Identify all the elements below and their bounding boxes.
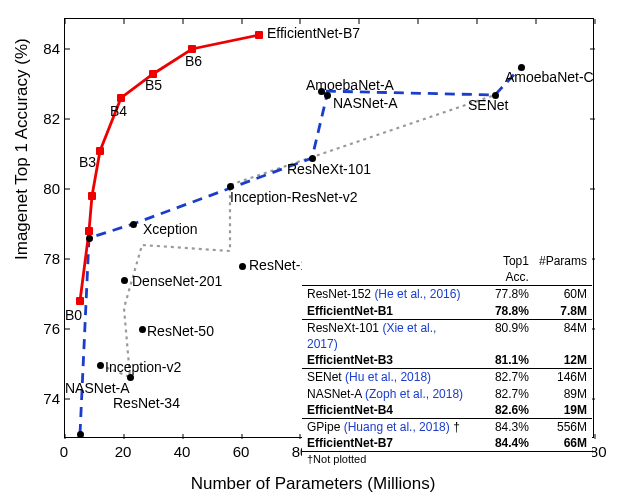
label-densenet201: DenseNet-201 bbox=[132, 273, 222, 289]
point-resnet50 bbox=[139, 326, 146, 333]
point-resnet152 bbox=[239, 263, 246, 270]
ytick-82: 82 bbox=[20, 110, 60, 127]
ytick-74: 74 bbox=[20, 390, 60, 407]
table-row: EfficientNet-B784.4%66M bbox=[302, 435, 592, 452]
label-b0: B0 bbox=[65, 307, 82, 323]
table-row: SENet (Hu et al., 2018)82.7%146M bbox=[302, 369, 592, 386]
label-resnext101: ResNeXt-101 bbox=[287, 161, 371, 177]
series-red-line bbox=[80, 35, 259, 301]
point-eff-b4 bbox=[117, 94, 125, 102]
ytick-80: 80 bbox=[20, 180, 60, 197]
label-b6: B6 bbox=[185, 53, 202, 69]
y-axis-label: Imagenet Top 1 Accuracy (%) bbox=[12, 38, 32, 260]
label-xception: Xception bbox=[143, 221, 197, 237]
point-eff-b2 bbox=[88, 192, 96, 200]
table-row: EfficientNet-B381.1%12M bbox=[302, 352, 592, 369]
label-resnet34: ResNet-34 bbox=[113, 395, 180, 411]
xtick-60: 60 bbox=[221, 443, 261, 460]
point-eff-b1 bbox=[85, 227, 93, 235]
ytick-78: 78 bbox=[20, 250, 60, 267]
xtick-0: 0 bbox=[44, 443, 84, 460]
label-nasneta-big: NASNet-A bbox=[333, 95, 398, 111]
point-eff-b0 bbox=[76, 297, 84, 305]
point-eff-b7 bbox=[255, 31, 263, 39]
ytick-76: 76 bbox=[20, 320, 60, 337]
label-incresv2: Inception-ResNet-v2 bbox=[230, 189, 358, 205]
point-xception bbox=[130, 221, 137, 228]
label-b7: EfficientNet-B7 bbox=[267, 25, 360, 41]
point-densenet201 bbox=[121, 277, 128, 284]
label-b5: B5 bbox=[145, 77, 162, 93]
table-footnote: †Not plotted bbox=[302, 452, 592, 467]
results-table: Top1 Acc. #Params ResNet-152 (He et al.,… bbox=[302, 253, 592, 467]
table-row: ResNeXt-101 (Xie et al., 2017)80.9%84M bbox=[302, 319, 592, 352]
plot-area: B0 B3 B4 B5 B6 EfficientNet-B7 AmoebaNet… bbox=[64, 18, 594, 438]
label-b3: B3 bbox=[79, 154, 96, 170]
label-inceptionv2: Inception-v2 bbox=[105, 359, 181, 375]
point-blue-8 bbox=[86, 235, 93, 242]
table-row: ResNet-152 (He et al., 2016)77.8%60M bbox=[302, 286, 592, 303]
x-axis-label: Number of Parameters (Millions) bbox=[0, 474, 626, 494]
table-row: EfficientNet-B178.8%7.8M bbox=[302, 303, 592, 320]
label-nasneta-small: NASNet-A bbox=[65, 380, 130, 396]
label-amoebac: AmoebaNet-C bbox=[505, 69, 594, 85]
xtick-40: 40 bbox=[162, 443, 202, 460]
table-row: NASNet-A (Zoph et al., 2018)82.7%89M bbox=[302, 386, 592, 402]
label-b4: B4 bbox=[110, 103, 127, 119]
label-resnet50: ResNet-50 bbox=[147, 323, 214, 339]
xtick-20: 20 bbox=[103, 443, 143, 460]
label-senet: SENet bbox=[468, 97, 508, 113]
table-header-params: #Params bbox=[534, 253, 592, 286]
table-header-acc: Top1 Acc. bbox=[473, 253, 534, 286]
point-eff-b3 bbox=[96, 147, 104, 155]
table-row: EfficientNet-B482.6%19M bbox=[302, 402, 592, 419]
table-row: GPipe (Huang et al., 2018) †84.3%556M bbox=[302, 418, 592, 435]
point-nasneta-small bbox=[77, 431, 84, 438]
label-amoebaa: AmoebaNet-A bbox=[306, 77, 394, 93]
ytick-84: 84 bbox=[20, 40, 60, 57]
point-eff-b6 bbox=[188, 45, 196, 53]
point-inceptionv2 bbox=[97, 362, 104, 369]
